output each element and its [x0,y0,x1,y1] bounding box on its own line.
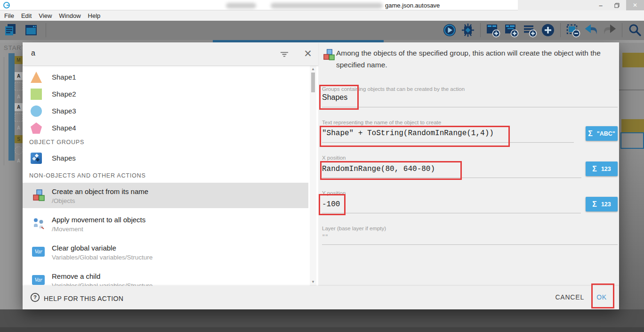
list-item-shape4[interactable]: Shape4 [23,120,308,137]
number-expression-button[interactable]: Σ 123 [586,197,618,211]
pentagon-icon [31,122,42,134]
undo-icon[interactable] [584,23,599,38]
toolbar-separator [560,23,561,37]
menu-help[interactable]: Help [85,12,104,19]
name-field-input[interactable]: "Shape" + ToString(RandomInRange(1,4)) [322,129,494,138]
other-actions-header: NON-OBJECTS AND OTHER ACTIONS [29,172,146,179]
window-title: game.json.autosave [385,2,440,9]
sigma-icon: Σ [592,200,597,209]
toolbar-separator [622,23,622,37]
add-other-icon[interactable] [540,23,555,38]
dialog-footer: ? HELP FOR THIS ACTION CANCEL OK [23,286,619,309]
expression-button-label: 123 [601,201,611,208]
action-list: Shape1 Shape2 Shape3 Shape4 OBJECT GROUP… [23,66,318,286]
menu-bar: File Edit View Window Help [0,10,644,21]
play-icon[interactable] [442,23,457,38]
layer-field-input[interactable]: "" [322,234,328,240]
gdevelop-logo-icon [3,1,10,9]
y-position-label: Y position [322,190,346,196]
menu-edit[interactable]: Edit [18,12,34,19]
project-pages-icon[interactable] [3,23,18,38]
variable-icon: Var [32,247,45,260]
event-cell [15,146,23,154]
list-item-clear-global-variable[interactable]: Var Clear global variable Variables/Glob… [23,239,308,265]
event-divider [619,89,644,90]
string-expression-button[interactable]: Σ "ABC" [586,126,618,141]
scroll-down-icon[interactable]: ▼ [311,280,315,284]
close-window-button[interactable]: ✕ [626,0,644,10]
title-bar: game.json.autosave – ✕ [0,0,644,10]
action-path: Variables/Global variables/Structure [52,282,153,286]
toolbar-right-group [442,23,642,38]
list-item-apply-movement[interactable]: Apply movement to all objects /Movement [23,211,308,236]
redo-icon[interactable] [602,23,617,38]
comment-block [621,119,644,132]
y-position-input[interactable]: -100 [322,200,340,209]
selected-event-row [620,132,644,149]
help-label: HELP FOR THIS ACTION [44,295,123,302]
action-title: Create an object from its name [52,187,148,195]
search-toolbar-icon[interactable] [627,23,642,38]
number-expression-button[interactable]: Σ 123 [586,162,618,176]
search-bar[interactable]: a ✕ [23,42,318,66]
create-object-icon [32,189,45,202]
maximize-button[interactable] [609,0,624,10]
scroll-up-icon[interactable]: ▲ [311,67,315,71]
filter-icon[interactable] [279,49,290,59]
circle-icon [31,105,42,117]
group-field-input[interactable]: Shapes [322,93,347,102]
event-cell [15,82,23,90]
list-scrollbar[interactable]: ▲ ▼ [310,66,316,286]
x-position-label: X position [322,155,346,161]
add-event-icon[interactable] [485,23,500,38]
action-title: Remove a child [52,272,100,280]
square-icon [31,89,42,100]
svg-text:?: ? [33,294,37,300]
events-condition-bar [8,53,15,161]
menu-view[interactable]: View [36,12,55,19]
list-item-remove-child[interactable]: Var Remove a child Variables/Global vari… [23,267,308,286]
toolbar-separator [46,23,46,37]
triangle-icon [31,72,42,83]
x-position-input[interactable]: RandomInRange(80, 640-80) [322,165,435,173]
delete-event-icon[interactable] [565,23,580,38]
list-item-group-shapes[interactable]: Shapes [23,150,308,167]
event-cell: A [15,157,23,165]
minimize-button[interactable]: – [593,0,608,10]
close-icon[interactable]: ✕ [301,47,314,60]
parameters-pane: Among the objects of the specified group… [318,42,619,286]
ok-button[interactable]: OK [596,293,607,301]
menu-window[interactable]: Window [56,12,83,19]
debug-icon[interactable] [460,23,475,38]
group-field-label: Groups containing objects that can be cr… [322,86,465,92]
help-button[interactable]: ? HELP FOR THIS ACTION [30,292,123,304]
group-label: Shapes [52,154,76,162]
search-input[interactable]: a [31,49,35,57]
object-label: Shape3 [52,107,76,115]
scene-window-icon[interactable] [24,23,39,38]
field-underline [322,107,618,107]
cancel-button[interactable]: CANCEL [555,293,584,301]
list-item-create-object[interactable]: Create an object from its name /Objects [23,183,308,208]
movement-icon [32,217,45,230]
action-description: Among the objects of the specified group… [336,47,619,71]
list-item-shape1[interactable]: Shape1 [23,69,308,86]
action-title: Clear global variable [52,244,116,252]
add-comment-icon[interactable] [522,23,537,38]
action-path: Variables/Global variables/Structure [52,254,153,261]
menu-file[interactable]: File [1,12,17,19]
add-subevent-icon[interactable] [504,23,519,38]
app-root: game.json.autosave – ✕ File Edit View Wi… [0,0,644,332]
titlebar-right-zone [518,0,644,10]
event-cell: A [15,124,23,132]
scrollbar-thumb[interactable] [311,73,315,92]
list-item-shape2[interactable]: Shape2 [23,86,308,103]
variable-icon: Var [32,275,45,286]
list-item-shape3[interactable]: Shape3 [23,103,308,120]
background-bottom-band [0,327,644,332]
background-events-right [619,43,644,309]
object-label: Shape1 [52,73,76,81]
object-group-icon [31,153,42,164]
action-path: /Objects [52,197,75,204]
events-tab-label: START [4,44,23,51]
